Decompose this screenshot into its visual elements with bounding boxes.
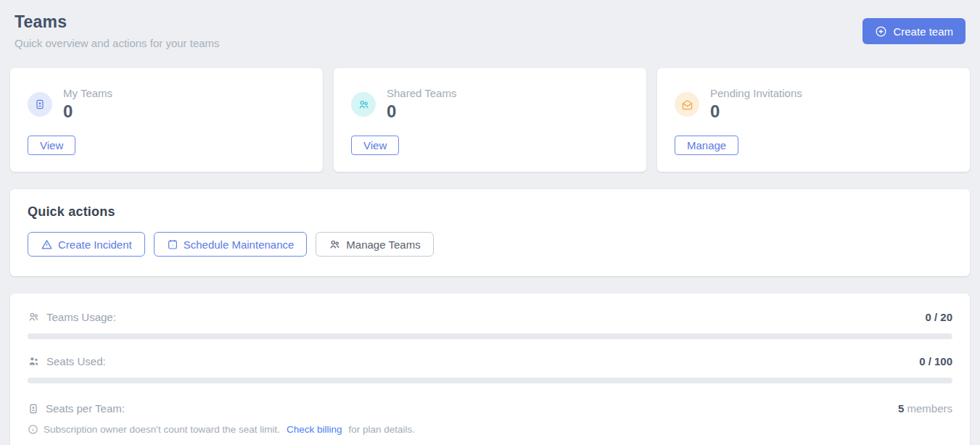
page-header: Teams Quick overview and actions for you… [10,11,970,49]
header-titles: Teams Quick overview and actions for you… [15,12,220,49]
teams-page: Teams Quick overview and actions for you… [0,0,980,445]
seats-used-progressbar [28,378,952,383]
schedule-maintenance-button[interactable]: Schedule Maintenance [154,232,308,257]
teams-usage-row: Teams Usage: 0 / 20 [28,311,952,323]
view-shared-teams-button[interactable]: View [351,136,399,155]
seat-limit-note: Subscription owner doesn't count toward … [28,424,952,435]
quick-actions-panel: Quick actions Create Incident [10,189,970,276]
note-text-after: for plan details. [349,424,416,435]
teams-usage-label: Teams Usage: [46,311,116,323]
stat-label: My Teams [63,87,112,99]
badge-icon [28,92,52,117]
users-icon [329,238,341,251]
create-team-button[interactable]: Create team [862,18,965,44]
seats-used-value: 0 / 100 [919,355,952,367]
stat-card-my-teams: My Teams 0 View [10,68,323,172]
users-filled-icon [28,355,40,367]
info-icon [28,424,38,435]
stat-label: Shared Teams [387,87,456,99]
page-title: Teams [15,12,220,32]
users-outline-icon [28,311,40,323]
note-text-before: Subscription owner doesn't count toward … [44,424,280,435]
seats-per-team-label: Seats per Team: [46,402,125,415]
check-billing-link[interactable]: Check billing [287,424,342,435]
create-incident-button[interactable]: Create Incident [28,232,145,257]
stat-value: 0 [710,101,802,122]
quick-actions-title: Quick actions [28,204,952,220]
warning-triangle-icon [41,238,53,251]
seats-used-label: Seats Used: [46,355,106,367]
stat-card-shared-teams: Shared Teams 0 View [334,68,646,172]
teams-usage-progressbar [28,333,952,339]
page-subtitle: Quick overview and actions for your team… [15,37,220,49]
plus-circle-icon [875,25,887,38]
seats-per-team-row: Seats per Team: 5 members [28,402,952,415]
stat-card-pending-invitations: Pending Invitations 0 Manage [657,68,970,172]
badge-icon [28,403,39,415]
stat-value: 0 [63,101,112,122]
calendar-icon [167,238,178,250]
stat-label: Pending Invitations [710,87,802,99]
seats-per-team-value: 5 members [898,402,952,415]
manage-teams-button[interactable]: Manage Teams [316,232,433,257]
mail-open-icon [675,92,699,117]
manage-invitations-button[interactable]: Manage [675,136,738,155]
seats-used-row: Seats Used: 0 / 100 [28,355,952,367]
teams-usage-value: 0 / 20 [925,311,952,323]
stat-value: 0 [387,101,456,122]
view-my-teams-button[interactable]: View [28,136,75,155]
stat-cards-row: My Teams 0 View Shared Teams [10,68,970,172]
users-icon [351,92,376,117]
usage-panel: Teams Usage: 0 / 20 Seats Used: 0 / 100 [10,294,970,445]
create-team-label: Create team [893,25,953,38]
